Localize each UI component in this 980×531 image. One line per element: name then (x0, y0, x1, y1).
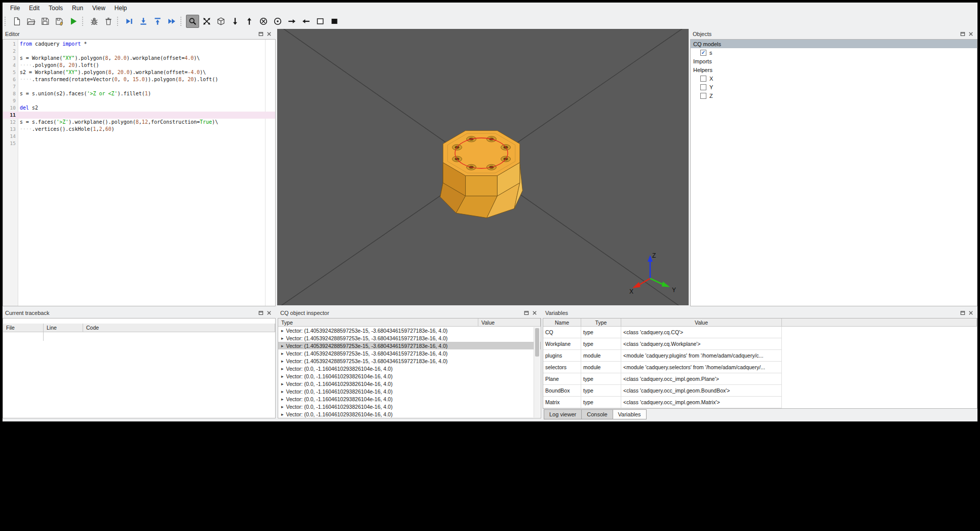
expander-icon[interactable]: ▸ (281, 412, 284, 417)
delete-traceback-button[interactable] (102, 15, 115, 28)
table-row[interactable]: pluginsmodule<module 'cadquery.plugins' … (543, 350, 977, 362)
inspector-row[interactable]: ▸Vector: (1.4053924288597253e-15, -3.680… (278, 357, 541, 365)
close-panel-button[interactable] (265, 30, 273, 38)
inspector-row[interactable]: ▸Vector: (0.0, -1.1604610293826104e-16, … (278, 365, 541, 372)
close-panel-button[interactable] (967, 30, 975, 38)
vertical-scrollbar[interactable] (534, 327, 540, 417)
step-out-button[interactable] (151, 15, 164, 28)
checkbox[interactable] (700, 84, 706, 90)
tab-console[interactable]: Console (581, 409, 613, 419)
editor-line[interactable]: 10del s2 (3, 104, 275, 112)
editor-line[interactable]: 4····.polygon(8, 20).loft() (3, 62, 275, 69)
expander-icon[interactable]: ▸ (281, 351, 284, 356)
editor-line[interactable]: 13····.vertices().cskHole(1,2,60) (3, 126, 275, 133)
tree-item-y[interactable]: Y (691, 83, 977, 91)
tab-variables[interactable]: Variables (613, 409, 647, 419)
inspector-row[interactable]: ▸Vector: (0.0, -1.1604610293826104e-16, … (278, 372, 541, 380)
save-as-button[interactable] (53, 15, 66, 28)
column-header[interactable]: Value (621, 318, 782, 327)
menu-help[interactable]: Help (110, 4, 132, 13)
tree-item-imports[interactable]: Imports (691, 57, 977, 65)
expander-icon[interactable]: ▸ (281, 374, 284, 379)
model-top-face[interactable] (443, 131, 520, 176)
inspector-row[interactable]: ▸Vector: (1.4053924288597253e-15, -3.680… (278, 327, 541, 334)
table-row[interactable]: Workplanetype<class 'cadquery.cq.Workpla… (543, 338, 977, 350)
editor-line[interactable]: 6····.transformed(rotate=Vector(0, 0, 15… (3, 76, 275, 83)
editor-line[interactable]: 1from cadquery import * (3, 41, 275, 48)
editor-line[interactable]: 5s2 = Workplane("XY").polygon(8, 20.0).w… (3, 69, 275, 76)
float-panel-button[interactable] (959, 30, 967, 38)
back-view-button[interactable] (271, 15, 284, 28)
tab-log-viewer[interactable]: Log viewer (544, 409, 582, 419)
top-view-button[interactable] (229, 15, 242, 28)
tree-item-z[interactable]: Z (691, 91, 977, 100)
float-panel-button[interactable] (959, 309, 967, 316)
shaded-view-button[interactable] (328, 15, 341, 28)
checkbox[interactable] (700, 93, 706, 99)
fit-view-button[interactable] (200, 15, 213, 28)
checkbox[interactable] (700, 76, 706, 82)
inspector-row[interactable]: ▸Vector: (1.4053924288597253e-15, -3.680… (278, 334, 541, 342)
viewport-3d[interactable]: X Y Z (277, 29, 689, 305)
scrollbar-thumb[interactable] (535, 328, 539, 357)
expander-icon[interactable]: ▸ (281, 366, 284, 371)
inspector-tree[interactable]: TypeValue ▸Vector: (1.4053924288597253e-… (278, 318, 541, 418)
column-header[interactable]: Line (44, 324, 83, 332)
tree-item-helpers[interactable]: Helpers (691, 65, 977, 74)
variables-table[interactable]: NameTypeValue CQtype<class 'cadquery.cq.… (543, 318, 977, 409)
column-header[interactable]: Code (83, 324, 275, 332)
expander-icon[interactable]: ▸ (281, 343, 284, 348)
expander-icon[interactable]: ▸ (281, 336, 284, 341)
table-row[interactable]: Matrixtype<class 'cadquery.occ_impl.geom… (543, 397, 977, 408)
column-header[interactable]: File (3, 324, 44, 332)
open-button[interactable] (24, 15, 37, 28)
wireframe-view-button[interactable] (314, 15, 327, 28)
table-row[interactable]: CQtype<class 'cadquery.cq.CQ'> (543, 327, 977, 338)
tree-item-x[interactable]: X (691, 74, 977, 83)
step-button[interactable] (123, 15, 136, 28)
inspector-row[interactable]: ▸Vector: (0.0, -1.1604610293826104e-16, … (278, 395, 541, 403)
editor-line[interactable]: 15 (3, 140, 275, 147)
left-view-button[interactable] (285, 15, 298, 28)
inspector-row[interactable]: ▸Vector: (1.4053924288597253e-15, -3.680… (278, 349, 541, 357)
menu-tools[interactable]: Tools (44, 4, 67, 13)
expander-icon[interactable]: ▸ (281, 328, 284, 333)
save-button[interactable] (39, 15, 52, 28)
expander-icon[interactable]: ▸ (281, 389, 284, 394)
render-button[interactable] (67, 15, 80, 28)
step-in-button[interactable] (137, 15, 150, 28)
editor-line[interactable]: 9 (3, 97, 275, 104)
column-header[interactable]: Type (581, 318, 621, 327)
expander-icon[interactable]: ▸ (281, 397, 284, 402)
expander-icon[interactable]: ▸ (281, 381, 284, 386)
editor-line[interactable]: 7 (3, 83, 275, 90)
editor-line[interactable]: 8s = s.union(s2).faces('>Z or <Z').fille… (3, 90, 275, 97)
cad-model[interactable] (440, 131, 523, 218)
expander-icon[interactable]: ▸ (281, 404, 284, 409)
editor-line[interactable]: 12s = s.faces('>Z').workplane().polygon(… (3, 119, 275, 126)
front-view-button[interactable] (257, 15, 270, 28)
float-panel-button[interactable] (522, 309, 531, 316)
checkbox[interactable]: ✓ (700, 50, 706, 56)
inspector-row[interactable]: ▸Vector: (0.0, -1.1604610293826104e-16, … (278, 387, 541, 395)
new-script-button[interactable] (10, 15, 23, 28)
menu-edit[interactable]: Edit (24, 4, 44, 13)
close-panel-button[interactable] (265, 309, 273, 316)
column-header[interactable]: Value (478, 318, 541, 327)
inspector-row[interactable]: ▸Vector: (0.0, -1.1604610293826104e-16, … (278, 380, 541, 387)
code-editor[interactable]: 1from cadquery import *23s = Workplane("… (3, 39, 276, 306)
right-view-button[interactable] (299, 15, 313, 28)
table-row[interactable]: Planetype<class 'cadquery.occ_impl.geom.… (543, 373, 977, 385)
debug-button[interactable] (88, 15, 101, 28)
inspector-row[interactable]: ▸Vector: (0.0, -1.1604610293826104e-16, … (278, 403, 541, 410)
column-header[interactable]: Name (543, 318, 581, 327)
editor-line[interactable]: 2 (3, 48, 275, 55)
inspector-row[interactable]: ▸Vector: (1.4053924288597253e-15, -3.680… (278, 342, 541, 349)
expander-icon[interactable]: ▸ (281, 359, 284, 364)
table-row[interactable]: BoundBoxtype<class 'cadquery.occ_impl.ge… (543, 385, 977, 397)
table-row[interactable]: selectorsmodule<module 'cadquery.selecto… (543, 362, 977, 373)
tree-item-s[interactable]: ✓s (691, 48, 977, 57)
bottom-view-button[interactable] (243, 15, 256, 28)
continue-button[interactable] (165, 15, 178, 28)
float-panel-button[interactable] (257, 30, 265, 38)
